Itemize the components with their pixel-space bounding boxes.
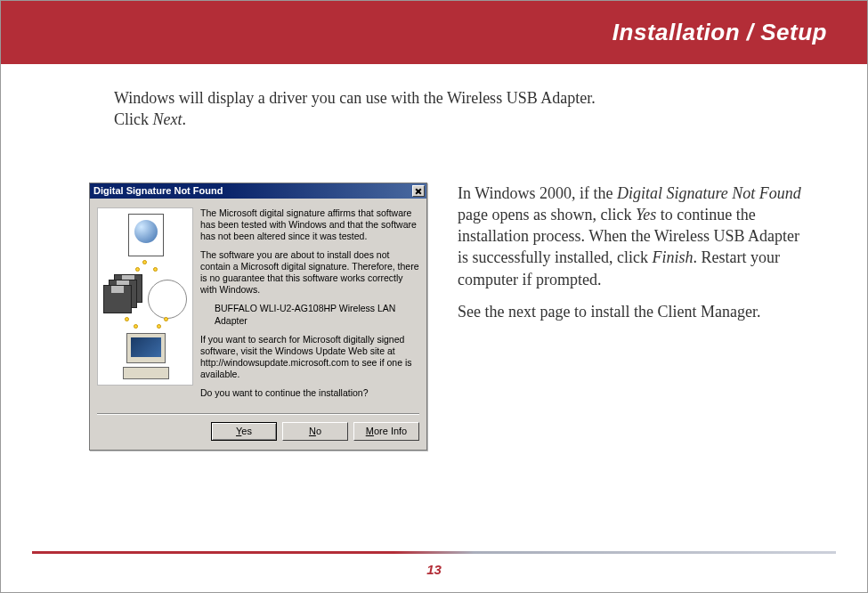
close-icon[interactable] xyxy=(412,185,425,197)
page-title: Installation / Setup xyxy=(612,19,827,46)
dialog-p1: The Microsoft digital signature affirms … xyxy=(200,207,419,242)
wizard-graphic xyxy=(97,207,193,386)
more-info-button[interactable]: More Info xyxy=(353,422,419,441)
intro-line1: Windows will display a driver you can us… xyxy=(114,89,596,107)
content-row: Digital Signature Not Found xyxy=(89,183,868,451)
certificate-icon xyxy=(128,214,164,256)
side-p1-mid1: page opens as shown, click xyxy=(458,206,636,223)
side-p2: See the next page to install the Client … xyxy=(458,301,814,322)
side-p1-pre: In Windows 2000, if the xyxy=(458,184,617,202)
dialog-p3: If you want to search for Microsoft digi… xyxy=(200,334,419,381)
dialog-text: The Microsoft digital signature affirms … xyxy=(200,207,419,407)
yes-rest: es xyxy=(241,426,252,436)
floppy-icon xyxy=(103,274,148,313)
intro-text: Windows will display a driver you can us… xyxy=(114,87,791,131)
dialog-separator xyxy=(97,413,419,415)
dialog-title: Digital Signature Not Found xyxy=(93,185,223,196)
side-text: In Windows 2000, if the Digital Signatur… xyxy=(458,183,814,334)
yes-button[interactable]: Yes xyxy=(211,422,277,441)
dialog-product: BUFFALO WLI-U2-AG108HP Wireless LAN Adap… xyxy=(200,303,419,326)
signature-dialog: Digital Signature Not Found xyxy=(89,183,427,451)
side-p1: In Windows 2000, if the Digital Signatur… xyxy=(458,183,814,290)
header-bar: Installation / Setup xyxy=(0,0,868,64)
more-rest: ore Info xyxy=(374,426,407,436)
intro-next-em: Next xyxy=(153,110,183,128)
no-button[interactable]: No xyxy=(282,422,348,441)
dialog-body: The Microsoft digital signature affirms … xyxy=(90,199,426,410)
footer-rule xyxy=(32,551,836,554)
intro-line2-pre: Click xyxy=(114,110,153,128)
dialog-buttons: Yes No More Info xyxy=(90,422,426,450)
computer-icon xyxy=(123,333,169,379)
dialog-titlebar: Digital Signature Not Found xyxy=(90,183,426,199)
intro-line2-post: . xyxy=(183,110,187,128)
side-p1-em2: Yes xyxy=(636,206,656,223)
side-p1-em3: Finish xyxy=(652,248,693,266)
cd-icon xyxy=(148,280,187,319)
page-number: 13 xyxy=(0,562,868,577)
side-p1-em1: Digital Signature Not Found xyxy=(617,184,801,202)
dialog-p4: Do you want to continue the installation… xyxy=(200,387,419,399)
dialog-p2: The software you are about to install do… xyxy=(200,249,419,296)
no-rest: o xyxy=(316,426,321,436)
